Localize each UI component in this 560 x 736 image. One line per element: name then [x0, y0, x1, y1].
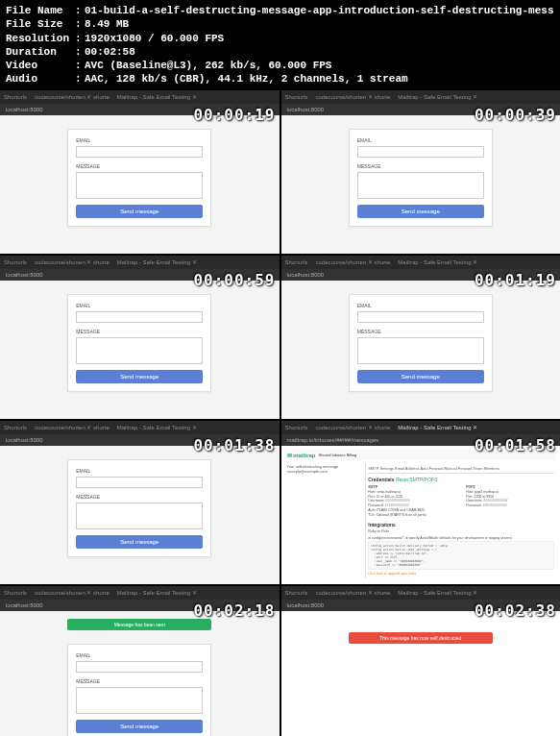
email-label: EMAIL [76, 137, 203, 143]
audio-label: Audio [6, 72, 75, 86]
timestamp: 00:02:18 [193, 601, 275, 620]
file-size-label: File Size [6, 17, 75, 31]
mailtrap-logo: ✉ mailtrap [287, 452, 316, 458]
timestamp: 00:00:19 [193, 106, 275, 124]
browser-tabs: Shorturlscodecourse/shorten ✕ shorteMail… [281, 90, 561, 104]
thumbnail-8[interactable]: 00:02:38 Shorturlscodecourse/shorten ✕ s… [281, 586, 561, 736]
audio-value: AAC, 128 kb/s (CBR), 44.1 kHz, 2 channel… [85, 72, 554, 86]
file-size-value: 8.49 MB [85, 17, 554, 31]
video-label: Video [6, 59, 75, 72]
timestamp: 00:01:19 [475, 271, 556, 289]
code-block: config.action_mailer.delivery_method = :… [368, 541, 554, 570]
thumbnail-7[interactable]: 00:02:18 Shorturlscodecourse/shorten ✕ s… [0, 586, 280, 736]
thumbnail-5[interactable]: 00:01:38 Shorturlscodecourse/shorten ✕ s… [0, 421, 280, 584]
send-button[interactable]: Send message [76, 205, 203, 218]
resolution-value: 1920x1080 / 60.000 FPS [85, 32, 554, 45]
timestamp: 00:00:39 [475, 106, 556, 124]
thumbnail-4[interactable]: 00:01:19 Shorturlscodecourse/shorten ✕ s… [281, 256, 561, 419]
message-textarea[interactable] [76, 172, 203, 199]
timestamp: 00:02:38 [475, 601, 556, 620]
timestamp: 00:01:58 [475, 436, 556, 454]
duration-label: Duration [6, 45, 75, 59]
thumbnail-grid: 00:00:19 Shorturlscodecourse/shorten ✕ s… [0, 90, 560, 736]
mailtrap-page: ✉ mailtrapShared Inboxes Billing Your se… [281, 446, 561, 584]
message-form: EMAIL MESSAGE Send message [67, 129, 211, 227]
file-info-panel: File Name:01-build-a-self-destructing-me… [0, 0, 560, 90]
email-input[interactable] [76, 146, 203, 158]
success-banner: Message has been sent [67, 619, 211, 630]
mailtrap-sidebar: Your self-destructing messageno-reply@ex… [285, 462, 367, 578]
timestamp: 00:01:38 [193, 436, 275, 454]
duration-value: 00:02:58 [85, 45, 554, 59]
thumbnail-1[interactable]: 00:00:19 Shorturlscodecourse/shorten ✕ s… [0, 90, 280, 254]
browser-tabs: Shorturlscodecourse/shorten ✕ shorteMail… [0, 90, 280, 104]
thumbnail-3[interactable]: 00:00:59 Shorturlscodecourse/shorten ✕ s… [0, 256, 280, 419]
file-name-label: File Name [6, 4, 75, 17]
thumbnail-2[interactable]: 00:00:39 Shorturlscodecourse/shorten ✕ s… [281, 90, 561, 254]
video-value: AVC (Baseline@L3), 262 kb/s, 60.000 FPS [85, 59, 554, 72]
page-content: EMAIL MESSAGE Send message [0, 115, 280, 254]
file-name-value: 01-build-a-self-destructing-message-app-… [85, 4, 554, 17]
message-label: MESSAGE [76, 163, 203, 169]
destroyed-banner: This message has now self destructed [349, 632, 493, 644]
timestamp: 00:00:59 [193, 271, 275, 289]
thumbnail-6[interactable]: 00:01:58 Shorturlscodecourse/shorten ✕ s… [281, 421, 561, 584]
resolution-label: Resolution [6, 32, 75, 45]
mailtrap-tabs[interactable]: SMTP Settings Email Address Auto Forward… [368, 464, 554, 474]
